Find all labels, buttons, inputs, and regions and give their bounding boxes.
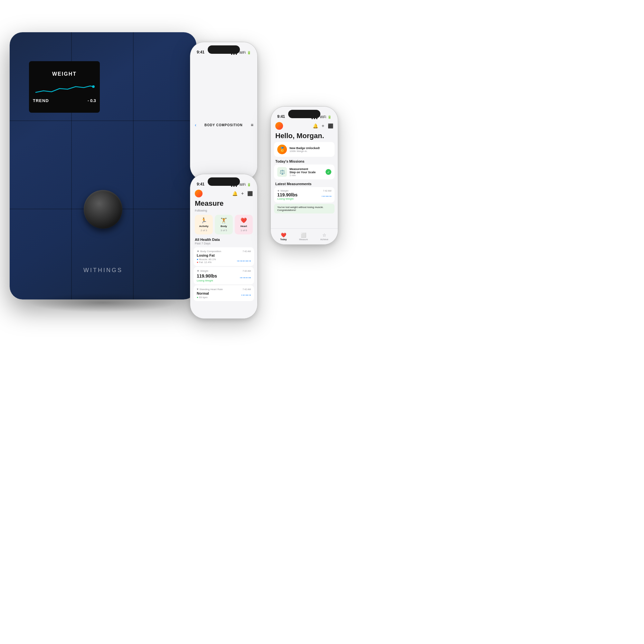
body-count: 3 of 5	[221, 229, 227, 232]
mission-icon-box: ⚖️	[277, 167, 287, 177]
latest-weight-value: 119.90lbs	[277, 192, 298, 197]
menu-icon[interactable]: ≡	[251, 122, 253, 128]
scale: WEIGHT TREND - 0.3 WITHINGS	[10, 32, 196, 299]
activity-count: 2 of 3	[201, 229, 207, 232]
past-label: Past 7 Days	[190, 241, 257, 246]
phone-measure: 9:41 ▌▌▌ WiFi 🔋 🔔 ＋ ⬛ Measure Following …	[190, 174, 258, 319]
heart-rate-sub: ● 69 bpm	[197, 296, 209, 299]
health-card-weight[interactable]: ★ Weight 7:42 AM 119.90lbs Losing Weight	[194, 267, 254, 284]
phone1-title: BODY COMPOSITION	[196, 123, 251, 127]
wifi-icon: WiFi	[239, 183, 246, 186]
congrats-card: You've lost weight without losing muscle…	[274, 204, 335, 213]
badge-text: New Badge Unlocked! 100th Weigh-in.	[289, 147, 331, 153]
home-bell-icon[interactable]: 🔔	[313, 123, 318, 128]
latest-weight-sub: Losing Weight	[277, 197, 298, 200]
scale-trend-row: TREND - 0.3	[33, 98, 96, 103]
latest-weight-type: ★ Weight	[277, 189, 289, 192]
home-header: 🔔 ＋ ⬛	[271, 121, 338, 132]
body-comp-sub1: ● Muscle: 80.1%	[197, 258, 216, 261]
scale-screen: WEIGHT TREND - 0.3	[29, 61, 100, 113]
scale-trend-value: - 0.3	[88, 98, 96, 103]
measure-header: 🔔 ＋ ⬛	[190, 188, 257, 199]
health-icon[interactable]: ⬛	[247, 191, 253, 196]
phone1-time: 9:41	[197, 50, 204, 54]
following-label: Following	[190, 209, 257, 213]
latest-weight-sparkline	[322, 196, 331, 197]
heart-icon: ❤️	[241, 217, 247, 223]
latest-label: Latest Measurements	[271, 182, 338, 187]
category-body[interactable]: 🏋️ Body 3 of 5	[215, 215, 233, 234]
tab-today[interactable]: ❤️ Today	[280, 232, 287, 241]
heart-rate-type-label: Standing Heart Rate	[199, 288, 223, 291]
battery-icon: 🔋	[247, 51, 251, 54]
scale-icon: ⚖️	[279, 169, 285, 175]
weight-type-icon: ★	[197, 269, 199, 272]
body-comp-sub2: ● Fat: 12.4%	[197, 261, 216, 264]
wifi-icon: WiFi	[320, 115, 326, 119]
heart-rate-title: Normal	[197, 291, 209, 295]
achieve-tab-label: Achieve	[320, 238, 328, 241]
home-plus-icon[interactable]: ＋	[321, 123, 325, 129]
mission-type: Measurement	[289, 167, 323, 171]
home-health-icon[interactable]: ⬛	[328, 123, 333, 128]
body-comp-type-label: Body Composition	[200, 250, 221, 253]
phone-home: 9:41 ▌▌▌ WiFi 🔋 🔔 ＋ ⬛ Hello, Morgan. 🏅 N…	[270, 106, 338, 245]
plus-icon[interactable]: ＋	[240, 191, 245, 196]
phone2-time: 9:41	[197, 182, 204, 186]
phone2-notch	[208, 177, 240, 186]
greeting-text: Hello, Morgan.	[271, 132, 338, 142]
tab-measure[interactable]: ⬜ Measure	[299, 232, 308, 241]
home-avatar[interactable]	[275, 122, 283, 130]
weight-icon: ★	[277, 189, 279, 192]
svg-point-0	[92, 85, 95, 88]
weight-sparkline	[240, 277, 251, 278]
category-heart[interactable]: ❤️ Heart 1 of 6	[235, 215, 253, 234]
scale-knob	[84, 190, 122, 229]
home-tab-bar: ❤️ Today ⬜ Measure ☆ Achieve	[271, 228, 338, 244]
scale-screen-title: WEIGHT	[52, 71, 77, 77]
measure-tab-label: Measure	[299, 238, 308, 241]
measure-title: Measure	[190, 199, 257, 209]
user-avatar[interactable]	[195, 190, 203, 197]
today-tab-icon: ❤️	[281, 232, 286, 238]
battery-icon: 🔋	[247, 183, 251, 186]
body-comp-sparkline	[237, 260, 251, 261]
heart-count: 1 of 6	[241, 229, 247, 232]
bell-icon[interactable]: 🔔	[232, 191, 238, 196]
weight-status: Losing Weight	[197, 279, 217, 282]
category-activity[interactable]: 🏃 Activity 2 of 3	[195, 215, 213, 234]
mission-step-title: Step on Your Scale	[289, 171, 323, 174]
body-name: Body	[221, 225, 227, 228]
badge-card[interactable]: 🏅 New Badge Unlocked! 100th Weigh-in.	[274, 142, 335, 157]
mission-card[interactable]: ⚖️ Measurement Step on Your Scale 1 min …	[274, 165, 335, 179]
measure-tab-icon: ⬜	[301, 232, 306, 238]
tab-achieve[interactable]: ☆ Achieve	[320, 232, 328, 241]
heart-rate-sparkline	[241, 295, 251, 296]
phone-body-composition: 9:41 ▌▌▌ WiFi 🔋 ‹ BODY COMPOSITION ≡ Day…	[190, 42, 258, 180]
home-header-icons: 🔔 ＋ ⬛	[313, 123, 333, 129]
health-card-body-comp[interactable]: ★ Body Composition 7:42 AM Losing Fat ● …	[194, 247, 254, 266]
battery-icon: 🔋	[327, 115, 331, 119]
body-comp-title: Losing Fat	[197, 253, 251, 257]
badge-title: New Badge Unlocked!	[289, 147, 331, 150]
mission-time: 1 min	[289, 174, 323, 177]
mission-text: Measurement Step on Your Scale 1 min	[289, 167, 323, 177]
latest-weight-card[interactable]: ★ Weight 7:42 AM 119.90lbs Losing Weight	[274, 187, 335, 203]
scale-brand: WITHINGS	[83, 267, 123, 274]
congrats-text: You've lost weight without losing muscle…	[277, 206, 331, 212]
health-card-heart-rate[interactable]: ♥ Standing Heart Rate 7:42 AM Normal ● 6…	[194, 285, 254, 301]
phone3-notch	[288, 110, 320, 118]
phone3-time: 9:41	[277, 114, 285, 119]
body-comp-type-icon: ★	[197, 250, 199, 253]
measure-header-icons: 🔔 ＋ ⬛	[232, 191, 253, 196]
missions-label: Today's Missions	[271, 159, 338, 165]
phone1-notch	[208, 45, 240, 54]
achieve-tab-icon: ☆	[322, 232, 327, 238]
weight-value: 119.90lbs	[197, 273, 217, 279]
scale-chart-svg	[34, 80, 95, 96]
scale-trend-label: TREND	[33, 98, 49, 103]
badge-icon: 🏅	[277, 145, 287, 154]
today-tab-label: Today	[280, 238, 287, 241]
heart-rate-time: 7:42 AM	[242, 288, 251, 290]
weight-type-label: Weight	[200, 270, 208, 272]
